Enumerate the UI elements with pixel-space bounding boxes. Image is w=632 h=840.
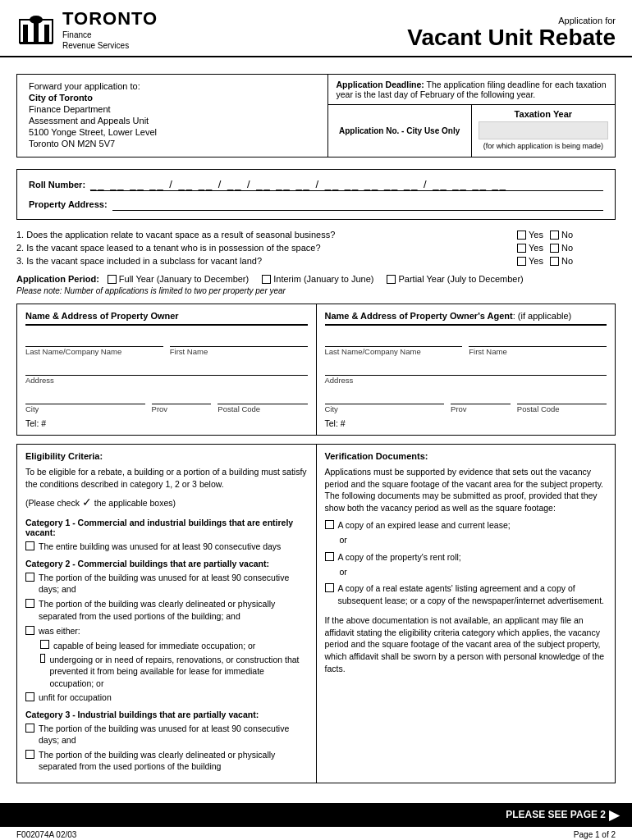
cat2-item2: The portion of the building was clearly …: [25, 598, 308, 621]
owner-postal-field: Postal Code: [218, 390, 307, 413]
roll-label: Roll Number:: [29, 180, 85, 189]
agent-address-input[interactable]: [325, 361, 607, 376]
page-info: Page 1 of 2: [574, 830, 616, 839]
question-2-text: 2. Is the vacant space leased to a tenan…: [16, 243, 517, 253]
property-label: Property Address:: [29, 199, 108, 209]
deadline-label: Application Deadline:: [337, 80, 424, 89]
unit-name: Assessment and Appeals Unit: [29, 116, 316, 126]
cat3-item1: The portion of the building was unused f…: [25, 723, 308, 746]
verif-or1: or: [340, 534, 607, 546]
partial-year-checkbox[interactable]: [387, 275, 396, 284]
owner-address-input[interactable]: [25, 361, 308, 376]
question-1-answers: Yes No: [517, 230, 616, 240]
property-address-line[interactable]: [112, 198, 603, 211]
cat3-item1-checkbox[interactable]: [25, 724, 34, 733]
partial-year-label[interactable]: Partial Year (July to December): [387, 274, 523, 284]
q2-yes-label[interactable]: Yes: [517, 243, 543, 253]
owner-city-field: City: [25, 390, 145, 413]
verification-para1: Applications must be supported by eviden…: [325, 466, 607, 514]
cat2-item4-text: unfit for occupation: [39, 692, 112, 703]
cat2-item1-text: The portion of the building was unused f…: [39, 572, 308, 595]
cat2-item4: unfit for occupation: [25, 692, 308, 703]
verif-item2-text: A copy of the property's rent roll;: [338, 551, 461, 563]
interim-label[interactable]: Interim (January to June): [262, 274, 373, 284]
owner-address-row: Address: [25, 361, 308, 385]
cat2-item3-checkbox[interactable]: [25, 626, 34, 635]
verif-item3-checkbox[interactable]: [325, 583, 334, 592]
owner-first-name-field: First Name: [170, 332, 308, 356]
agent-address-field: Address: [325, 361, 607, 385]
app-period-label: Application Period:: [16, 274, 99, 284]
q2-yes-checkbox[interactable]: [517, 244, 526, 253]
q2-yes-text: Yes: [529, 243, 543, 253]
tax-year-box: Taxation Year (for which application is …: [472, 105, 615, 157]
category-3-title: Category 3 - Industrial buildings that a…: [25, 710, 308, 719]
cat2-subitem1-checkbox[interactable]: [40, 640, 49, 649]
cat2-item3: was either:: [25, 625, 308, 637]
street-name: 5100 Yonge Street, Lower Level: [29, 127, 316, 137]
q3-yes-checkbox[interactable]: [517, 257, 526, 266]
agent-name-row: Last Name/Company Name First Name: [325, 332, 607, 356]
agent-prov-label: Prov: [451, 404, 511, 413]
city-name: City of Toronto: [29, 93, 93, 103]
see-page-2: PLEASE SEE PAGE 2 ▶: [506, 807, 619, 823]
owner-tel: Tel: #: [25, 418, 308, 428]
owner-agent-section: Name & Address of Property Owner Last Na…: [16, 304, 616, 436]
owner-last-name-field: Last Name/Company Name: [25, 332, 163, 356]
verif-item2-checkbox[interactable]: [325, 552, 334, 561]
cat2-item1-checkbox[interactable]: [25, 573, 34, 582]
q1-no-label[interactable]: No: [550, 230, 573, 240]
forward-label: Forward your application to:: [29, 81, 316, 91]
q1-no-checkbox[interactable]: [550, 231, 559, 240]
check-note-suffix: the applicable boxes): [94, 498, 176, 508]
main-title: Vacant Unit Rebate: [407, 25, 616, 51]
cat1-item1: The entire building was unused for at le…: [25, 541, 308, 552]
owner-last-name-input[interactable]: [25, 332, 163, 347]
q3-no-label[interactable]: No: [550, 256, 573, 266]
q3-no-checkbox[interactable]: [550, 257, 559, 266]
question-2-row: 2. Is the vacant space leased to a tenan…: [16, 243, 616, 253]
agent-first-name-input[interactable]: [469, 332, 607, 347]
tax-year-sub: (for which application is being made): [479, 142, 608, 150]
agent-city-input[interactable]: [325, 390, 445, 404]
app-period-section: Application Period: Full Year (January t…: [16, 274, 616, 295]
cat2-item2-checkbox[interactable]: [25, 599, 34, 608]
q2-no-label[interactable]: No: [550, 243, 573, 253]
agent-postal-input[interactable]: [517, 390, 607, 404]
cat3-item2-checkbox[interactable]: [25, 750, 34, 759]
agent-prov-input[interactable]: [451, 390, 511, 404]
question-1-text: 1. Does the application relate to vacant…: [16, 230, 517, 240]
dept-name: Finance Department: [29, 104, 316, 114]
q3-yes-label[interactable]: Yes: [517, 256, 543, 266]
category-1-title: Category 1 - Commercial and industrial b…: [25, 518, 308, 537]
agent-postal-label: Postal Code: [517, 404, 607, 413]
verif-or2: or: [340, 566, 607, 578]
q1-yes-label[interactable]: Yes: [517, 230, 543, 240]
verif-item1-checkbox[interactable]: [325, 520, 334, 529]
q1-yes-text: Yes: [529, 230, 543, 240]
questions-section: 1. Does the application relate to vacant…: [16, 230, 616, 266]
q2-no-checkbox[interactable]: [550, 244, 559, 253]
interim-checkbox[interactable]: [262, 275, 271, 284]
owner-first-name-input[interactable]: [170, 332, 308, 347]
tax-year-input[interactable]: [479, 121, 608, 139]
tax-year-label: Taxation Year: [479, 109, 608, 119]
owner-prov-input[interactable]: [152, 390, 212, 404]
full-year-checkbox[interactable]: [108, 275, 117, 284]
roll-number-field[interactable]: __ __ __ __ / __ __ / __ / __ __ __ / __…: [90, 178, 603, 191]
cat1-item1-text: The entire building was unused for at le…: [39, 541, 281, 552]
cat1-item1-checkbox[interactable]: [25, 541, 34, 550]
header-title-area: Application for Vacant Unit Rebate: [407, 16, 616, 51]
question-1-row: 1. Does the application relate to vacant…: [16, 230, 616, 240]
logo-line1: Finance: [62, 30, 158, 40]
cat2-subitem2-checkbox[interactable]: [40, 654, 45, 663]
address-left: Forward your application to: City of Tor…: [17, 75, 328, 157]
agent-last-name-input[interactable]: [325, 332, 463, 347]
q1-yes-checkbox[interactable]: [517, 231, 526, 240]
logo-area: TORONTO Finance Revenue Services: [16, 8, 158, 51]
logo-line2: Revenue Services: [62, 40, 158, 51]
full-year-label[interactable]: Full Year (January to December): [108, 274, 249, 284]
owner-city-input[interactable]: [25, 390, 145, 404]
cat2-item4-checkbox[interactable]: [25, 692, 34, 701]
owner-postal-input[interactable]: [218, 390, 307, 404]
